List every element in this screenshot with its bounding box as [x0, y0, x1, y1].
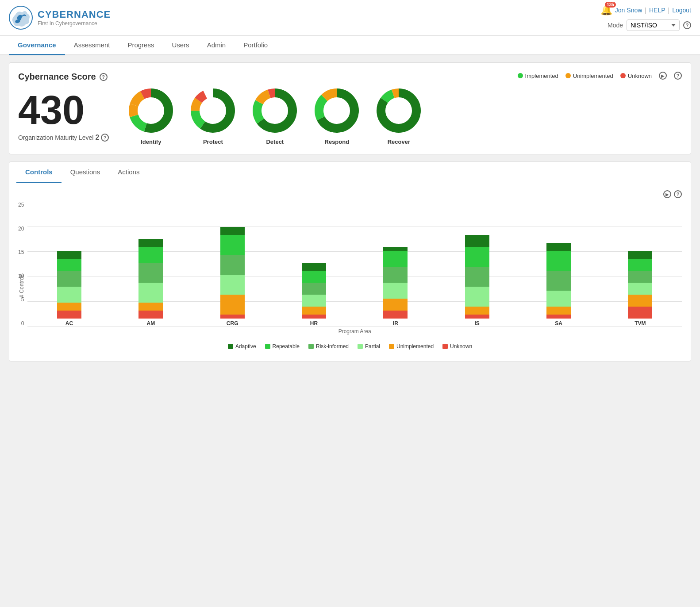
donut-identify-chart: [127, 86, 175, 135]
y-axis-title: # Controls: [19, 273, 25, 298]
repeatable-square: [265, 344, 270, 349]
score-header: Cybernance Score ? Implemented Unimpleme…: [18, 72, 682, 82]
bar-stack-hr[interactable]: [302, 263, 326, 319]
bars-row: AC AM: [27, 202, 682, 327]
bar-stack-ac[interactable]: [57, 251, 81, 319]
riskinformed-square: [308, 344, 314, 349]
donut-protect-label: Protect: [203, 138, 223, 145]
bar-crg-unimplemented: [220, 295, 245, 315]
bar-am-partial: [138, 283, 163, 303]
bars-container: # Controls: [27, 202, 682, 339]
logo-icon: [9, 6, 33, 30]
maturity-text: Organization Maturity Level 2 ?: [18, 134, 109, 142]
bar-am-unknown: [138, 311, 163, 319]
bar-stack-am[interactable]: [138, 239, 163, 319]
legend-partial: Partial: [358, 343, 380, 350]
chart-area: ▶ ? 25 20 15 10 5 0 # Controls: [9, 183, 691, 361]
user-link[interactable]: Jon Snow: [615, 7, 642, 14]
bar-ir-unimplemented: [383, 299, 408, 311]
tab-portfolio[interactable]: Portfolio: [235, 36, 277, 55]
bar-label-sa: SA: [555, 320, 562, 327]
mode-row: Mode NIST/ISO ISO 27001 NIST CSF ?: [608, 19, 691, 31]
chart-help-icon[interactable]: ?: [674, 190, 682, 198]
bar-sa-partial: [546, 291, 571, 307]
bar-is-repeatable: [465, 247, 489, 267]
tab-assessment[interactable]: Assessment: [65, 36, 119, 55]
legend-repeatable: Repeatable: [265, 343, 300, 350]
mode-help-icon[interactable]: ?: [683, 21, 691, 29]
donut-recover-chart: [374, 86, 423, 135]
bar-label-hr: HR: [310, 320, 318, 327]
bar-group-ir: IR: [358, 247, 433, 327]
partial-square: [358, 344, 363, 349]
bar-stack-is[interactable]: [465, 235, 489, 319]
donut-identify: Identify: [127, 86, 175, 145]
bar-group-crg: CRG: [195, 227, 269, 327]
chart-icons: ▶ ?: [18, 190, 682, 198]
chart-play-icon[interactable]: ▶: [663, 190, 671, 198]
bar-ir-partial: [383, 283, 408, 299]
donut-respond-chart: [312, 86, 361, 135]
bar-is-unimplemented: [465, 307, 489, 315]
bar-ac-partial: [57, 287, 81, 303]
bar-is-riskinformed: [465, 267, 489, 287]
mode-select[interactable]: NIST/ISO ISO 27001 NIST CSF: [627, 19, 680, 31]
bar-stack-ir[interactable]: [383, 247, 408, 319]
controls-tab-controls[interactable]: Controls: [16, 162, 62, 183]
y-label-20: 20: [18, 226, 24, 232]
donut-help-icon[interactable]: ?: [674, 72, 682, 80]
bar-tvm-unknown: [628, 307, 652, 319]
donut-recover: Recover: [374, 86, 423, 145]
bar-stack-crg[interactable]: [220, 227, 245, 319]
score-card-title: Cybernance Score: [18, 72, 96, 82]
logout-link[interactable]: Logout: [672, 7, 691, 14]
bar-hr-partial: [302, 295, 326, 307]
bar-tvm-repeatable: [628, 259, 652, 271]
bar-sa-adaptive: [546, 243, 571, 251]
y-label-25: 25: [18, 202, 24, 208]
donut-detect-chart: [250, 86, 299, 135]
main-content: Cybernance Score ? Implemented Unimpleme…: [0, 55, 700, 369]
maturity-help-icon[interactable]: ?: [101, 134, 109, 142]
bar-am-adaptive: [138, 239, 163, 247]
play-icon[interactable]: ▶: [659, 72, 667, 80]
donut-detect: Detect: [250, 86, 299, 145]
tab-governance[interactable]: Governance: [9, 36, 65, 55]
help-link[interactable]: HELP: [649, 7, 665, 14]
tab-progress[interactable]: Progress: [119, 36, 163, 55]
bar-ir-unknown: [383, 311, 408, 319]
unimplemented-dot: [565, 73, 571, 78]
score-body: 430 Organization Maturity Level 2 ?: [18, 86, 682, 145]
bar-stack-tvm[interactable]: [628, 251, 652, 319]
bar-group-ac: AC: [32, 251, 106, 327]
bar-sa-unimplemented: [546, 307, 571, 315]
bar-crg-unknown: [220, 315, 245, 319]
controls-tab-questions[interactable]: Questions: [62, 162, 109, 183]
bar-ac-repeatable: [57, 259, 81, 271]
tab-admin[interactable]: Admin: [198, 36, 235, 55]
bar-stack-sa[interactable]: [546, 243, 571, 319]
bar-sa-repeatable: [546, 251, 571, 271]
legend-riskinformed: Risk-informed: [308, 343, 349, 350]
notification-badge: 135: [605, 2, 616, 8]
bar-crg-partial: [220, 275, 245, 295]
donut-charts: Identify Protect: [127, 86, 423, 145]
donut-protect-chart: [188, 86, 237, 135]
bar-am-repeatable: [138, 247, 163, 263]
bar-ac-unimplemented: [57, 303, 81, 311]
adaptive-square: [228, 344, 233, 349]
notification-bell[interactable]: 🔔 135: [600, 4, 612, 16]
bar-crg-adaptive: [220, 227, 245, 235]
legend-implemented: Implemented: [518, 73, 558, 79]
legend-chart-unknown: Unknown: [442, 343, 472, 350]
bar-hr-unknown: [302, 315, 326, 319]
implemented-dot: [518, 73, 523, 78]
bar-group-tvm: TVM: [603, 251, 677, 327]
controls-tab-actions[interactable]: Actions: [109, 162, 148, 183]
score-number: 430: [18, 90, 109, 130]
bar-ac-riskinformed: [57, 271, 81, 287]
score-help-icon[interactable]: ?: [100, 73, 108, 81]
tab-users[interactable]: Users: [163, 36, 198, 55]
bar-ir-adaptive: [383, 247, 408, 251]
bar-label-ir: IR: [393, 320, 398, 327]
